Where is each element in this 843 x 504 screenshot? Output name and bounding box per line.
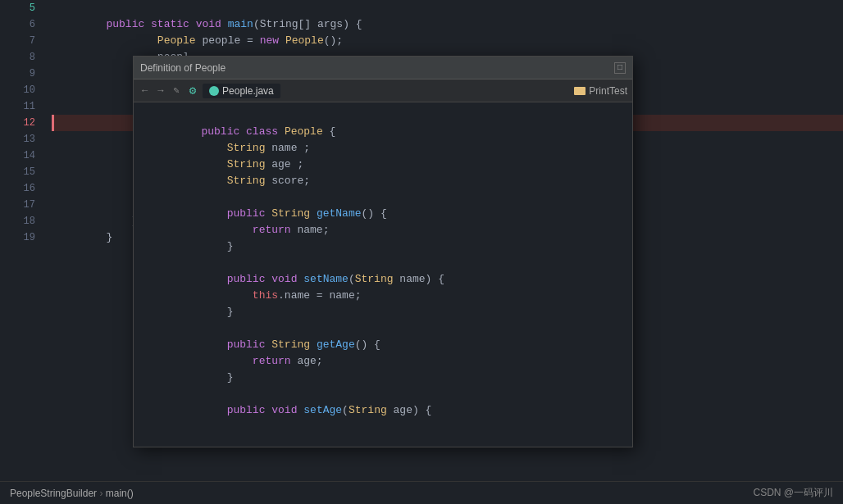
line-14: 14 xyxy=(0,148,35,164)
back-button[interactable]: ← xyxy=(139,84,151,98)
popup-right-tab-label[interactable]: PrintTest xyxy=(589,85,627,97)
breadcrumb: PeopleStringBuilder › main() xyxy=(10,488,134,499)
settings-button[interactable]: ⚙ xyxy=(186,82,199,99)
line-8: 8 xyxy=(0,49,35,66)
forward-button[interactable]: → xyxy=(154,84,166,98)
edit-button[interactable]: ✎ xyxy=(170,83,182,98)
breadcrumb-class: PeopleStringBuilder xyxy=(10,488,97,499)
gutter xyxy=(45,0,52,434)
popup-title: Definition of People xyxy=(140,62,226,74)
line-19: 19 xyxy=(0,229,35,246)
popup-titlebar: Definition of People □ xyxy=(134,57,632,79)
line-5: 5 xyxy=(0,0,35,16)
popup-close-button[interactable]: □ xyxy=(614,62,626,74)
close-icon: □ xyxy=(617,63,622,72)
popup-code-content[interactable]: public class People { String name ; Stri… xyxy=(134,102,632,447)
line-17: 17 xyxy=(0,197,35,213)
breadcrumb-separator: › xyxy=(99,488,105,499)
line-16: 16 xyxy=(0,180,35,197)
line-9: 9 xyxy=(0,66,35,82)
line-7: 7 xyxy=(0,33,35,49)
line-10: 10 xyxy=(0,82,35,98)
line-11: 11 xyxy=(0,98,35,115)
java-file-icon xyxy=(209,86,219,96)
code-line-5: public static void main(String[] args) { xyxy=(52,0,843,16)
line-numbers: 5 6 7 8 9 10 11 12 13 14 15 16 17 18 19 xyxy=(0,0,45,434)
popup-line-14: public String getAge() { xyxy=(134,320,632,337)
popup-tab-people[interactable]: People.java xyxy=(203,84,280,98)
popup-line-18: public void setAge(String age) { xyxy=(134,386,632,402)
popup-tab-right: PrintTest xyxy=(574,85,627,97)
line-18: 18 xyxy=(0,213,35,229)
popup-tab-label: People.java xyxy=(222,85,274,97)
popup-line-10: public void setName(String name) { xyxy=(134,255,632,271)
definition-popup: Definition of People □ ← → ✎ ⚙ People.ja… xyxy=(133,56,633,447)
editor-container: 5 6 7 8 9 10 11 12 13 14 15 16 17 18 19 … xyxy=(0,0,843,504)
line-6: 6 xyxy=(0,16,35,33)
print-test-file-icon xyxy=(574,87,586,95)
line-15: 15 xyxy=(0,164,35,180)
popup-line-6: public String getName() { xyxy=(134,189,632,206)
popup-line-1: public class People { xyxy=(134,107,632,124)
line-13: 13 xyxy=(0,131,35,148)
status-bar: PeopleStringBuilder › main() CSDN @一码评川 xyxy=(0,481,843,504)
watermark: CSDN @一码评川 xyxy=(753,486,833,500)
line-12: 12 xyxy=(0,115,35,131)
popup-toolbar: ← → ✎ ⚙ People.java PrintTest xyxy=(134,79,632,102)
breadcrumb-method: main() xyxy=(106,488,134,499)
